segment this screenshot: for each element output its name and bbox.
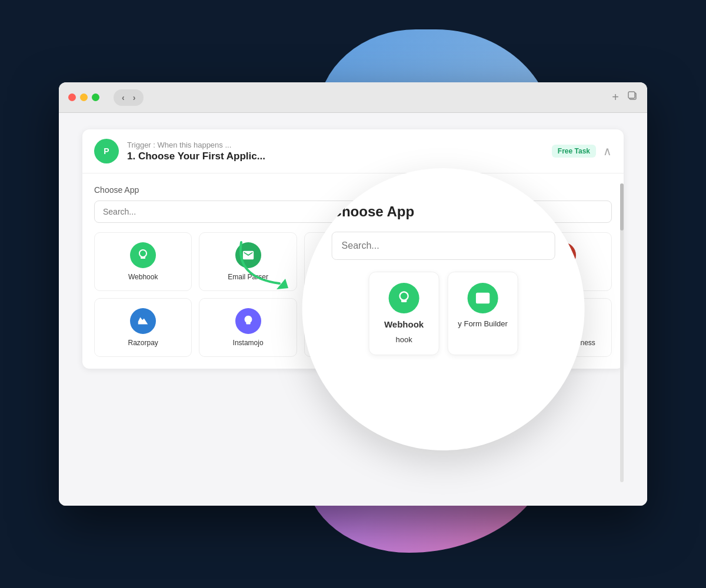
app-card-webhook[interactable]: Webhook <box>94 232 192 291</box>
collapse-button[interactable]: ∧ <box>603 144 612 158</box>
modal-search-input[interactable] <box>332 232 555 260</box>
forward-button[interactable]: › <box>129 92 139 103</box>
trigger-label: Trigger : When this happens ... <box>127 141 552 149</box>
app-card-instamojo[interactable]: Instamojo <box>199 298 297 357</box>
close-button[interactable] <box>68 93 76 101</box>
panel-title: 1. Choose Your First Applic... <box>127 151 552 162</box>
minimize-button[interactable] <box>80 93 88 101</box>
instamojo-icon <box>235 308 261 334</box>
webhook-icon <box>130 242 156 268</box>
add-tab-icon[interactable]: + <box>612 91 619 104</box>
modal-apps-row: Webhook hook y Form Builder <box>332 272 555 355</box>
title-bar-actions: + <box>612 91 638 104</box>
modal-webhook-icon <box>389 283 419 313</box>
traffic-lights <box>68 93 99 101</box>
modal-webhook-label: hook <box>395 335 412 344</box>
panel-title-block: Trigger : When this happens ... 1. Choos… <box>127 141 552 162</box>
browser-content: P Trigger : When this happens ... 1. Cho… <box>59 113 647 506</box>
modal-overlay: Choose App Webhook hook <box>302 168 585 450</box>
maximize-button[interactable] <box>92 93 99 101</box>
pabbly-logo: P <box>94 139 119 163</box>
modal-form-builder-icon <box>468 283 498 313</box>
svg-text:P: P <box>104 146 109 156</box>
title-bar: ‹ › + <box>59 82 647 113</box>
modal-app-card-webhook[interactable]: Webhook hook <box>369 272 439 355</box>
modal-form-builder-label: y Form Builder <box>458 319 508 328</box>
modal-app-card-form-builder[interactable]: y Form Builder <box>448 272 518 355</box>
modal-webhook-big-label: Webhook <box>384 319 424 329</box>
browser-window: ‹ › + P <box>59 82 647 506</box>
back-button[interactable]: ‹ <box>118 92 128 103</box>
scrollbar[interactable] <box>620 183 624 482</box>
instamojo-label: Instamojo <box>233 339 264 347</box>
razorpay-icon <box>130 308 156 334</box>
scroll-thumb[interactable] <box>620 183 624 230</box>
webhook-label: Webhook <box>128 273 158 281</box>
duplicate-icon[interactable] <box>627 91 638 104</box>
choose-app-label: Choose App <box>94 185 612 195</box>
panel-header: P Trigger : When this happens ... 1. Cho… <box>82 129 624 173</box>
razorpay-label: Razorpay <box>128 339 158 347</box>
app-card-razorpay[interactable]: Razorpay <box>94 298 192 357</box>
free-task-badge: Free Task <box>552 145 596 158</box>
green-arrow <box>229 230 300 303</box>
nav-buttons: ‹ › <box>114 89 144 106</box>
svg-rect-1 <box>628 92 635 98</box>
